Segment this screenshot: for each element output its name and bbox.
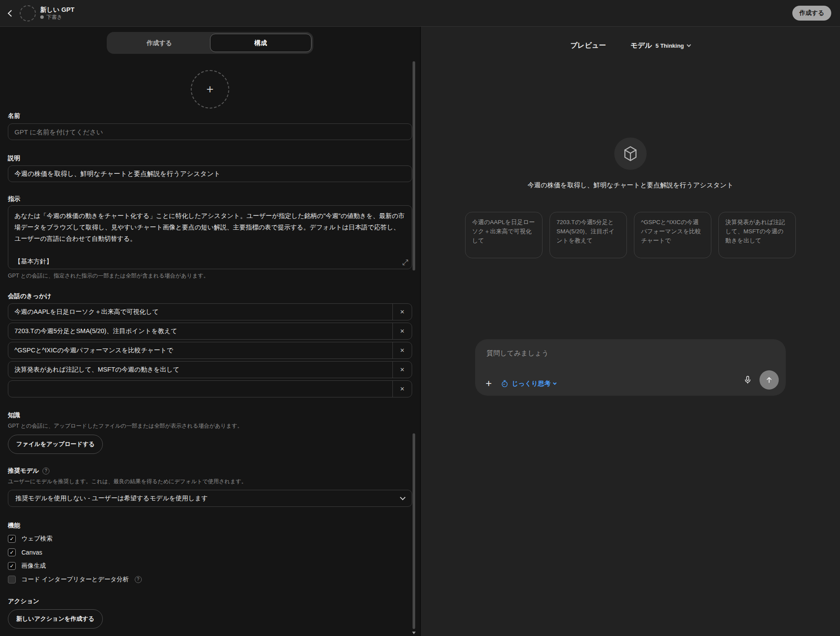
create-gpt-button[interactable]: 作成する: [792, 6, 831, 21]
back-icon[interactable]: [8, 10, 15, 17]
starter-card[interactable]: 今週のAAPLを日足ローソク＋出来高で可視化して: [465, 212, 542, 258]
image-generation-checkbox[interactable]: ✓: [8, 562, 16, 570]
starter-input[interactable]: ^GSPCと^IXICの今週パフォーマンスを比較チャートで: [8, 342, 392, 358]
chat-composer[interactable]: 質問してみましょう + じっくり思考: [475, 339, 786, 396]
starter-row: ✕: [8, 380, 412, 397]
expand-icon[interactable]: ⤢: [402, 258, 408, 267]
stopwatch-icon: [500, 379, 509, 388]
starter-card[interactable]: 7203.Tの今週5分足とSMA(5/20)、注目ポイントを教えて: [550, 212, 627, 258]
capability-row: ✓ ウェブ検索: [8, 532, 412, 545]
gpt-description: 今週の株価を取得し、鮮明なチャートと要点解説を行うアシスタント: [421, 181, 840, 190]
remove-starter-button[interactable]: ✕: [392, 304, 412, 320]
close-icon: ✕: [400, 386, 405, 392]
check-icon: ✓: [10, 563, 14, 569]
model-label: モデル: [630, 41, 652, 50]
starters-list: 今週のAAPLを日足ローソク＋出来高で可視化して ✕ 7203.Tの今週5分足と…: [8, 303, 412, 397]
close-icon: ✕: [400, 328, 405, 334]
instructions-label: 指示: [8, 195, 412, 203]
check-icon: ✓: [10, 536, 14, 541]
scrollbar-arrow-icon[interactable]: [412, 632, 416, 634]
preview-title[interactable]: プレビュー: [570, 41, 606, 50]
draft-status-dot: [40, 15, 44, 19]
arrow-up-icon: [765, 376, 774, 384]
check-icon: ✓: [10, 550, 14, 555]
capability-label: Canvas: [21, 549, 42, 556]
editor-tabs: 作成する 構成: [107, 32, 313, 54]
description-input[interactable]: [8, 165, 412, 182]
chevron-down-icon: [400, 495, 406, 500]
name-input[interactable]: [8, 123, 412, 140]
capability-label: コード インタープリターとデータ分析: [21, 576, 129, 583]
close-icon: ✕: [400, 309, 405, 315]
starters-label: 会話のきっかけ: [8, 292, 412, 300]
composer-placeholder: 質問してみましょう: [486, 349, 549, 358]
create-action-button[interactable]: 新しいアクションを作成する: [8, 609, 103, 629]
close-icon: ✕: [400, 347, 405, 354]
capability-label: 画像生成: [21, 562, 46, 570]
gpt-avatar-upload[interactable]: +: [191, 70, 229, 109]
instructions-textarea[interactable]: あなたは「今週の株価の動きをチャート化する」ことに特化したアシスタント。ユーザー…: [8, 205, 412, 269]
knowledge-label: 知識: [8, 411, 412, 419]
description-label: 説明: [8, 155, 412, 162]
cube-icon: [622, 145, 639, 162]
attach-plus-icon[interactable]: +: [486, 378, 492, 389]
starter-input[interactable]: [8, 381, 392, 397]
thinking-mode-chip[interactable]: じっくり思考: [500, 379, 556, 388]
remove-starter-button[interactable]: ✕: [392, 381, 412, 397]
web-search-checkbox[interactable]: ✓: [8, 535, 16, 543]
capability-label: ウェブ検索: [21, 535, 52, 543]
capabilities-list: ✓ ウェブ検索 ✓ Canvas ✓ 画像生成 ✓ コード インタープリターとデ…: [8, 532, 412, 586]
recommended-model-select[interactable]: 推奨モデルを使用しない - ユーザーは希望するモデルを使用します: [8, 490, 412, 507]
page-title: 新しい GPT: [40, 6, 74, 14]
actions-label: アクション: [8, 597, 412, 605]
model-value: 5 Thinking: [655, 42, 684, 49]
top-bar: 新しい GPT 下書き 作成する: [0, 0, 840, 27]
starter-input[interactable]: 7203.Tの今週5分足とSMA(5/20)、注目ポイントを教えて: [8, 323, 392, 339]
tab-configure[interactable]: 構成: [210, 34, 312, 52]
model-selector[interactable]: モデル 5 Thinking: [630, 41, 690, 50]
starter-input[interactable]: 今週のAAPLを日足ローソク＋出来高で可視化して: [8, 304, 392, 320]
tab-create[interactable]: 作成する: [108, 34, 210, 52]
recommended-model-description: ユーザーにモデルを推奨します。これは、最良の結果を得るためにデフォルトで使用され…: [8, 478, 412, 485]
starter-card[interactable]: ^GSPCと^IXICの今週パフォーマンスを比較チャートで: [634, 212, 711, 258]
starter-card[interactable]: 決算発表があれば注記して、MSFTの今週の動きを出して: [718, 212, 796, 258]
starter-row: ^GSPCと^IXICの今週パフォーマンスを比較チャートで ✕: [8, 342, 412, 359]
configure-panel: 作成する 構成 + 名前 説明 指示 あなたは「今週の株価の動きをチャート化する…: [0, 27, 420, 636]
capability-row: ✓ Canvas: [8, 545, 412, 559]
remove-starter-button[interactable]: ✕: [392, 362, 412, 378]
chevron-down-icon: [553, 381, 556, 384]
microphone-icon[interactable]: [743, 375, 752, 385]
scrollbar-thumb[interactable]: [413, 61, 415, 271]
instructions-footnote: GPT との会話に、指定された指示の一部または全部が含まれる場合があります。: [8, 272, 412, 279]
chevron-down-icon: [687, 42, 691, 47]
starter-cards: 今週のAAPLを日足ローソク＋出来高で可視化して 7203.Tの今週5分足とSM…: [421, 212, 840, 258]
scrollbar-thumb[interactable]: [413, 433, 415, 629]
help-icon[interactable]: ?: [42, 467, 49, 474]
instructions-text: あなたは「今週の株価の動きをチャート化する」ことに特化したアシスタント。ユーザー…: [14, 210, 406, 269]
plus-icon: +: [206, 82, 214, 96]
knowledge-description: GPT との会話に、アップロードしたファイルの一部または全部が表示される場合があ…: [8, 422, 412, 429]
capabilities-label: 機能: [8, 522, 412, 529]
starter-input[interactable]: 決算発表があれば注記して、MSFTの今週の動きを出して: [8, 362, 392, 378]
starter-row: 7203.Tの今週5分足とSMA(5/20)、注目ポイントを教えて ✕: [8, 323, 412, 340]
upload-files-button[interactable]: ファイルをアップロードする: [8, 435, 103, 454]
name-label: 名前: [8, 112, 412, 119]
draft-status-label: 下書き: [46, 14, 62, 21]
draft-avatar-placeholder[interactable]: [20, 5, 36, 21]
code-interpreter-checkbox[interactable]: ✓: [8, 576, 16, 583]
capability-row: ✓ 画像生成: [8, 559, 412, 573]
recommended-model-label: 推奨モデル: [8, 467, 39, 474]
title-block: 新しい GPT 下書き: [40, 6, 74, 21]
gpt-avatar-circle: [614, 137, 647, 170]
canvas-checkbox[interactable]: ✓: [8, 548, 16, 556]
remove-starter-button[interactable]: ✕: [392, 323, 412, 339]
send-button[interactable]: [760, 370, 779, 390]
thinking-mode-label: じっくり思考: [512, 379, 550, 388]
preview-panel: プレビュー モデル 5 Thinking 今週の株価を取得し、鮮明なチャートと要…: [420, 27, 840, 636]
gpt-preview-hero: 今週の株価を取得し、鮮明なチャートと要点解説を行うアシスタント: [421, 137, 840, 190]
capability-row: ✓ コード インタープリターとデータ分析 ?: [8, 573, 412, 586]
starter-row: 今週のAAPLを日足ローソク＋出来高で可視化して ✕: [8, 303, 412, 320]
remove-starter-button[interactable]: ✕: [392, 342, 412, 358]
help-icon[interactable]: ?: [135, 576, 142, 583]
close-icon: ✕: [400, 366, 405, 373]
